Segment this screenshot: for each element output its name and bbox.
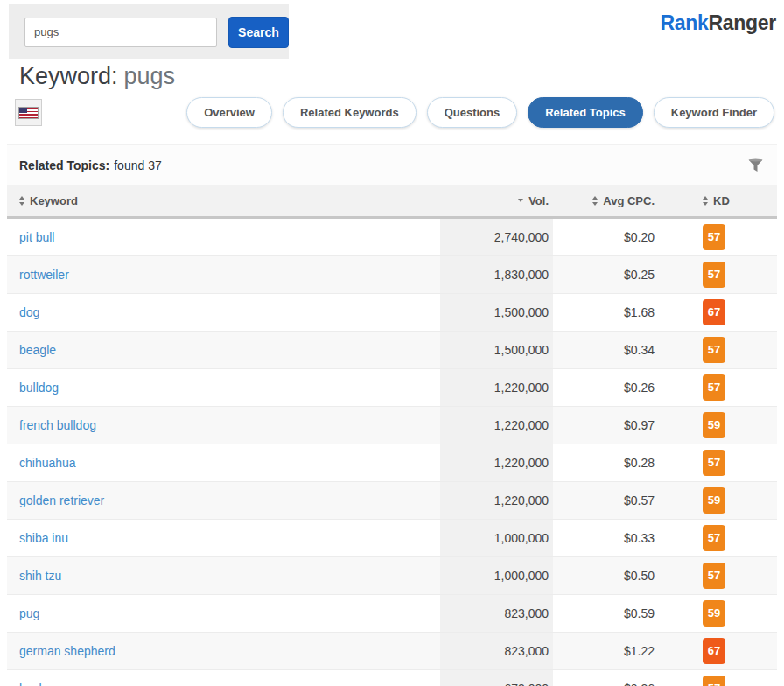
logo-ranger-text: Ranger <box>709 11 776 34</box>
country-flag-button[interactable] <box>15 99 42 126</box>
keyword-link[interactable]: pit bull <box>19 230 54 244</box>
keyword-cell: golden retriever <box>7 494 440 508</box>
sort-desc-icon <box>518 199 523 202</box>
keyword-cell: french bulldog <box>7 418 440 432</box>
funnel-filter-icon <box>748 158 763 172</box>
avg-cpc-cell: $0.50 <box>553 569 654 583</box>
kd-cell: 57 <box>654 525 777 551</box>
column-header-kd[interactable]: KD <box>654 185 777 216</box>
page-title-keyword: pugs <box>124 63 176 89</box>
search-panel: Search <box>9 4 289 60</box>
column-header-label: Keyword <box>30 194 78 207</box>
kd-cell: 59 <box>654 412 777 438</box>
table-row: dog1,500,000$1.6867 <box>7 294 777 332</box>
avg-cpc-cell: $0.97 <box>553 418 654 432</box>
kd-cell: 57 <box>654 262 777 288</box>
avg-cpc-cell: $0.57 <box>553 494 654 508</box>
column-header-label: KD <box>713 194 730 207</box>
tab-related-topics[interactable]: Related Topics <box>528 97 643 128</box>
avg-cpc-cell: $0.26 <box>553 381 654 395</box>
section-bar: Related Topics: found 37 <box>7 144 777 185</box>
kd-cell: 57 <box>654 563 777 589</box>
keyword-link[interactable]: chihuahua <box>19 456 76 470</box>
section-title: Related Topics: <box>19 158 109 172</box>
volume-cell: 1,220,000 <box>440 369 553 406</box>
table-row: husky673,000$0.3657 <box>7 670 777 686</box>
avg-cpc-cell: $0.34 <box>553 343 654 357</box>
keyword-link[interactable]: french bulldog <box>19 418 96 432</box>
tab-overview[interactable]: Overview <box>186 97 272 128</box>
kd-badge: 57 <box>703 563 725 589</box>
volume-cell: 1,000,000 <box>440 520 553 556</box>
keyword-link[interactable]: rottweiler <box>19 268 69 282</box>
keyword-link[interactable]: beagle <box>19 343 56 357</box>
table-row: german shepherd823,000$1.2267 <box>7 633 777 670</box>
keyword-cell: shih tzu <box>7 569 440 583</box>
table-row: pug823,000$0.5959 <box>7 595 777 633</box>
column-header-avg-cpc[interactable]: Avg CPC. <box>553 185 654 216</box>
filter-button[interactable] <box>746 157 765 174</box>
keyword-link[interactable]: bulldog <box>19 381 59 395</box>
volume-cell: 823,000 <box>440 595 553 632</box>
kd-cell: 57 <box>654 676 777 686</box>
table-row: pit bull2,740,000$0.2057 <box>7 219 777 256</box>
keyword-link[interactable]: husky <box>19 682 52 686</box>
keyword-link[interactable]: shih tzu <box>19 569 61 583</box>
keyword-link[interactable]: dog <box>19 305 39 319</box>
keyword-link[interactable]: german shepherd <box>19 644 116 658</box>
table-row: chihuahua1,220,000$0.2857 <box>7 444 777 482</box>
related-topics-table: Keyword Vol. Avg CPC. KD pit bull2,740,0… <box>7 185 777 686</box>
sort-icon <box>592 196 598 206</box>
table-row: bulldog1,220,000$0.2657 <box>7 369 777 407</box>
table-header-row: Keyword Vol. Avg CPC. KD <box>7 185 777 219</box>
kd-badge: 57 <box>703 337 725 363</box>
avg-cpc-cell: $1.68 <box>553 305 654 319</box>
keyword-cell: husky <box>7 682 440 686</box>
avg-cpc-cell: $0.28 <box>553 456 654 470</box>
volume-cell: 1,830,000 <box>440 256 553 293</box>
column-header-keyword[interactable]: Keyword <box>7 185 440 216</box>
kd-cell: 59 <box>654 600 777 626</box>
keyword-link[interactable]: shiba inu <box>19 531 68 545</box>
sort-icon <box>703 196 708 206</box>
kd-cell: 67 <box>654 299 777 326</box>
kd-badge: 57 <box>703 525 725 551</box>
kd-badge: 57 <box>703 676 725 686</box>
search-input[interactable] <box>24 18 217 47</box>
kd-cell: 57 <box>654 224 777 250</box>
keyword-cell: rottweiler <box>7 268 440 282</box>
kd-cell: 67 <box>654 638 777 664</box>
avg-cpc-cell: $0.33 <box>553 531 654 545</box>
keyword-cell: dog <box>7 305 440 319</box>
volume-cell: 1,220,000 <box>440 407 553 444</box>
tab-keyword-finder[interactable]: Keyword Finder <box>654 97 774 128</box>
volume-cell: 673,000 <box>440 670 553 686</box>
table-row: golden retriever1,220,000$0.5759 <box>7 482 777 520</box>
volume-cell: 1,500,000 <box>440 294 553 331</box>
kd-cell: 57 <box>654 337 777 363</box>
kd-cell: 59 <box>654 487 777 514</box>
keyword-link[interactable]: pug <box>19 606 39 620</box>
sort-icon <box>19 196 24 206</box>
volume-cell: 1,220,000 <box>440 482 553 519</box>
keyword-cell: beagle <box>7 343 440 357</box>
table-row: beagle1,500,000$0.3457 <box>7 332 777 369</box>
kd-badge: 57 <box>703 374 725 401</box>
tabs: OverviewRelated KeywordsQuestionsRelated… <box>186 97 774 128</box>
rankranger-logo[interactable]: RankRanger <box>661 11 777 35</box>
section-found-count: found 37 <box>114 158 162 172</box>
keyword-link[interactable]: golden retriever <box>19 494 104 508</box>
column-header-label: Avg CPC. <box>603 194 654 207</box>
tab-related-keywords[interactable]: Related Keywords <box>283 97 416 128</box>
avg-cpc-cell: $0.25 <box>553 268 654 282</box>
volume-cell: 2,740,000 <box>440 219 553 256</box>
kd-badge: 59 <box>703 600 725 626</box>
volume-cell: 1,220,000 <box>440 444 553 481</box>
avg-cpc-cell: $1.22 <box>553 644 654 658</box>
column-header-vol[interactable]: Vol. <box>440 185 553 216</box>
search-button[interactable]: Search <box>228 17 289 48</box>
avg-cpc-cell: $0.36 <box>553 682 654 686</box>
volume-cell: 1,500,000 <box>440 332 553 368</box>
tab-questions[interactable]: Questions <box>427 97 518 128</box>
volume-cell: 1,000,000 <box>440 557 553 594</box>
